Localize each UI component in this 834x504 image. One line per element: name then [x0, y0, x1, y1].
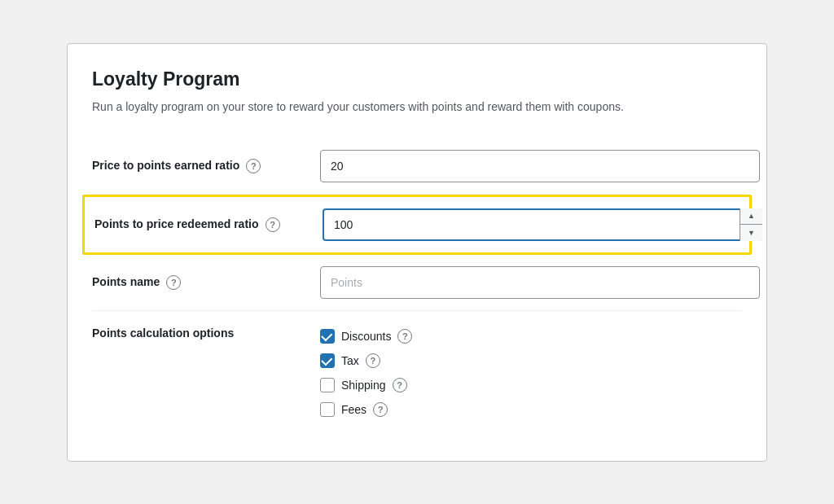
- settings-card: Loyalty Program Run a loyalty program on…: [67, 43, 767, 462]
- shipping-checkbox-item: Shipping ?: [320, 378, 412, 392]
- points-name-label: Points name: [92, 274, 160, 291]
- spinner-down-button[interactable]: ▼: [740, 225, 762, 241]
- points-to-price-help-icon[interactable]: ?: [266, 217, 280, 232]
- calculation-options-label-cell: Points calculation options: [92, 326, 320, 342]
- points-name-help-icon[interactable]: ?: [166, 275, 181, 290]
- price-to-points-row: Price to points earned ratio ?: [92, 138, 742, 195]
- price-to-points-control: [320, 150, 760, 182]
- calculation-options-control: Discounts ? Tax ? Shipping ?: [320, 326, 742, 417]
- calculation-options-row: Points calculation options Discounts ? T…: [92, 311, 742, 428]
- points-to-price-input-wrapper: ▲ ▼: [323, 208, 762, 241]
- points-to-price-label: Points to price redeemed ratio: [94, 217, 259, 233]
- spinner-up-button[interactable]: ▲: [740, 208, 762, 226]
- shipping-help-icon[interactable]: ?: [393, 378, 407, 392]
- points-name-control: [320, 266, 760, 299]
- points-to-price-control: ▲ ▼: [323, 208, 762, 241]
- fees-checkbox[interactable]: [320, 402, 335, 417]
- points-to-price-label-cell: Points to price redeemed ratio ?: [94, 217, 323, 233]
- points-to-price-row: Points to price redeemed ratio ? ▲ ▼: [82, 195, 752, 255]
- fees-checkbox-item: Fees ?: [320, 402, 412, 417]
- points-to-price-input[interactable]: [323, 208, 762, 241]
- page-title: Loyalty Program: [92, 68, 742, 90]
- tax-help-icon[interactable]: ?: [366, 353, 380, 368]
- tax-label: Tax: [341, 354, 359, 367]
- tax-checkbox[interactable]: [320, 353, 335, 368]
- checkbox-group: Discounts ? Tax ? Shipping ?: [320, 326, 412, 417]
- discounts-checkbox[interactable]: [320, 329, 335, 344]
- points-name-label-cell: Points name ?: [92, 274, 320, 291]
- discounts-label: Discounts: [341, 330, 391, 343]
- calculation-options-label: Points calculation options: [92, 327, 234, 340]
- settings-table: Price to points earned ratio ? Points to…: [92, 138, 742, 428]
- fees-label: Fees: [341, 403, 367, 416]
- discounts-checkbox-item: Discounts ?: [320, 329, 412, 344]
- shipping-label: Shipping: [341, 379, 386, 392]
- price-to-points-input[interactable]: [320, 150, 760, 182]
- price-to-points-help-icon[interactable]: ?: [246, 159, 261, 173]
- tax-checkbox-item: Tax ?: [320, 353, 412, 368]
- fees-help-icon[interactable]: ?: [373, 402, 388, 417]
- shipping-checkbox[interactable]: [320, 378, 335, 392]
- points-name-row: Points name ?: [92, 255, 742, 311]
- price-to-points-label: Price to points earned ratio: [92, 158, 239, 174]
- discounts-help-icon[interactable]: ?: [397, 329, 412, 344]
- price-to-points-label-cell: Price to points earned ratio ?: [92, 158, 320, 174]
- points-name-input[interactable]: [320, 266, 760, 299]
- spinner-buttons: ▲ ▼: [740, 208, 762, 241]
- page-description: Run a loyalty program on your store to r…: [92, 99, 742, 116]
